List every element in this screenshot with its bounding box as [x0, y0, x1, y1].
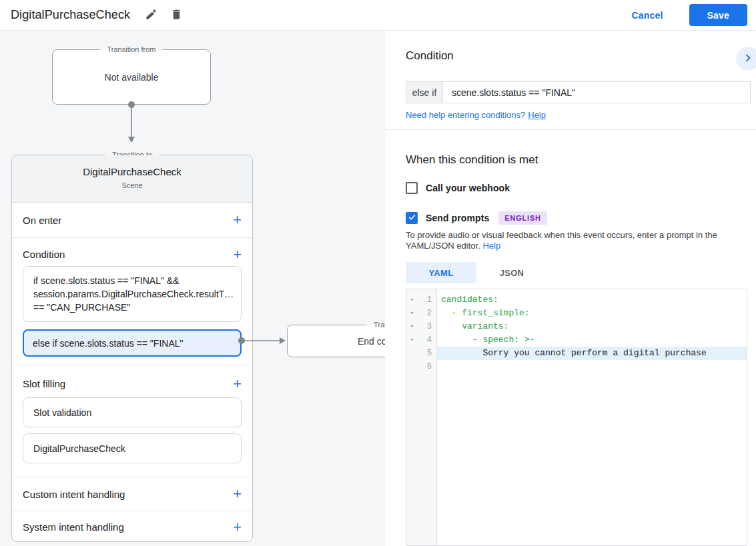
collapse-panel-button[interactable]	[736, 47, 756, 71]
slot-filling-label: Slot filling	[23, 376, 65, 392]
webhook-checkbox[interactable]	[406, 182, 418, 194]
line-number: 5	[418, 347, 436, 360]
editor-line: ▾ 2 - first_simple:	[406, 307, 747, 320]
slot-validation-box[interactable]: Slot validation	[23, 397, 242, 427]
send-prompts-label: Send prompts	[426, 213, 489, 223]
code-text[interactable]	[436, 360, 747, 373]
transition-from-node: Transition from Not available	[52, 49, 211, 105]
slot-scene-box[interactable]: DigitalPurchaseCheck	[23, 433, 242, 463]
topbar: DigitalPurchaseCheck Cancel Save	[0, 0, 756, 31]
prompt-hint-text: To provide audio or visual feedback when…	[406, 230, 717, 251]
delete-scene-button[interactable]	[167, 7, 185, 24]
condition-prefix-label: else if	[406, 82, 443, 103]
fold-arrow-icon[interactable]: ▾	[406, 320, 418, 333]
panel-divider	[385, 129, 756, 130]
line-number: 3	[418, 320, 436, 333]
scene-card: Transition to DigitalPurchaseCheck Scene…	[11, 155, 253, 542]
cancel-button[interactable]: Cancel	[631, 10, 663, 21]
code-text[interactable]: - speech: >-	[436, 333, 747, 347]
line-number: 2	[418, 307, 436, 320]
editor-format-tabs: YAML JSON	[406, 262, 547, 283]
panel-title: Condition	[406, 49, 454, 63]
code-text[interactable]: variants:	[436, 320, 747, 333]
slot-scene-text: DigitalPurchaseCheck	[33, 443, 125, 454]
add-condition-button[interactable]: +	[233, 248, 242, 261]
condition-elseif-box-selected[interactable]: else if scene.slots.status == "FINAL"	[23, 329, 242, 357]
condition-if-line: == "CAN_PURCHASE"	[33, 301, 231, 314]
custom-intent-row: Custom intent handling +	[12, 477, 252, 511]
add-on-enter-button[interactable]: +	[233, 213, 242, 227]
add-system-intent-button[interactable]: +	[233, 521, 242, 534]
editor-line: 6	[406, 360, 747, 373]
editor-line-highlighted: 5 Sorry you cannot perform a digital pur…	[406, 347, 747, 360]
condition-section: Condition + if scene.slots.status == "FI…	[12, 237, 252, 357]
language-badge: ENGLISH	[498, 211, 547, 225]
transition-from-legend: Transition from	[101, 45, 163, 54]
line-number: 4	[418, 333, 436, 347]
transition-from-text: Not available	[53, 72, 210, 83]
custom-intent-label: Custom intent handling	[23, 489, 125, 500]
add-custom-intent-button[interactable]: +	[233, 487, 242, 501]
condition-input-row: else if scene.slots.status == "FINAL"	[406, 81, 751, 103]
slot-filling-section: Slot filling + Slot validation DigitalPu…	[12, 365, 252, 463]
condition-if-box[interactable]: if scene.slots.status == "FINAL" && sess…	[23, 266, 242, 322]
code-text[interactable]: Sorry you cannot perform a digital purch…	[436, 347, 747, 360]
chevron-right-icon	[741, 51, 755, 67]
on-enter-row: On enter +	[12, 203, 252, 237]
condition-section-label: Condition	[23, 247, 65, 262]
scene-card-header: DigitalPurchaseCheck Scene	[12, 155, 252, 203]
slot-validation-text: Slot validation	[33, 407, 91, 418]
scene-card-subtitle: Scene	[12, 181, 252, 189]
edit-title-button[interactable]	[142, 7, 159, 24]
webhook-label: Call your webhook	[426, 183, 510, 193]
fold-spacer	[406, 347, 418, 360]
yaml-code-editor[interactable]: ▾ 1 candidates: ▾ 2 - first_simple: ▾ 3 …	[406, 289, 747, 546]
system-intent-row: System intent handling +	[12, 511, 252, 543]
scene-card-title: DigitalPurchaseCheck	[12, 166, 252, 177]
condition-met-heading: When this condition is met	[406, 153, 538, 167]
editor-line: ▾ 4 - speech: >-	[406, 333, 747, 347]
prompt-hint: To provide audio or visual feedback when…	[406, 230, 754, 251]
condition-if-line: if scene.slots.status == "FINAL" &&	[33, 274, 231, 287]
condition-if-line: session.params.DigitalPurchaseCheck.resu…	[33, 287, 231, 301]
system-intent-label: System intent handling	[23, 521, 124, 533]
fold-arrow-icon[interactable]: ▾	[406, 333, 418, 347]
checkmark-icon	[408, 212, 416, 224]
condition-expression-input[interactable]: scene.slots.status == "FINAL"	[443, 82, 750, 103]
fold-arrow-icon[interactable]: ▾	[406, 293, 418, 307]
tab-json[interactable]: JSON	[476, 262, 547, 283]
line-number: 6	[418, 360, 436, 373]
condition-elseif-text: else if scene.slots.status == "FINAL"	[33, 338, 183, 349]
fold-spacer	[406, 360, 418, 373]
code-text[interactable]: - first_simple:	[436, 307, 747, 320]
save-button[interactable]: Save	[689, 4, 748, 26]
editor-line: ▾ 3 variants:	[406, 320, 747, 333]
webhook-row: Call your webhook	[406, 181, 510, 195]
fold-arrow-icon[interactable]: ▾	[406, 307, 418, 320]
condition-editor-panel: Condition else if scene.slots.status == …	[385, 31, 756, 546]
condition-help-link[interactable]: Help	[528, 110, 546, 120]
trash-icon	[170, 8, 183, 23]
editor-line: ▾ 1 candidates:	[406, 293, 747, 307]
prompt-hint-help-link[interactable]: Help	[482, 241, 500, 251]
pencil-icon	[145, 8, 157, 23]
code-text[interactable]: candidates:	[436, 293, 747, 307]
condition-help-line: Need help entering conditions?Help	[406, 110, 546, 120]
send-prompts-checkbox[interactable]	[406, 212, 418, 224]
line-number: 1	[418, 293, 436, 307]
tab-yaml[interactable]: YAML	[406, 262, 476, 283]
page-title: DigitalPurchaseCheck	[11, 8, 130, 22]
send-prompts-row: Send prompts ENGLISH	[406, 211, 547, 225]
on-enter-label: On enter	[23, 215, 61, 226]
add-slot-button[interactable]: +	[233, 377, 242, 391]
condition-help-text: Need help entering conditions?	[406, 110, 525, 120]
condition-section-head: Condition +	[12, 238, 252, 266]
slot-filling-section-head: Slot filling +	[12, 365, 252, 397]
